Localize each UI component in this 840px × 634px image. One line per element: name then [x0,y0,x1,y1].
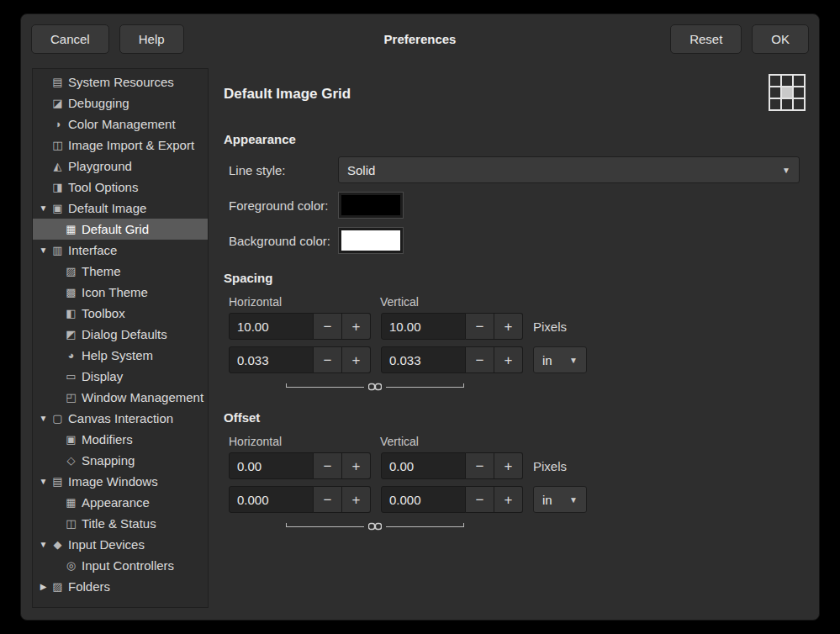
decrement-button[interactable]: − [314,486,342,513]
content-area: ▤ System Resources ◪ Debugging ◑ Color M… [21,63,819,620]
spacing-vertical-pixels-input[interactable] [381,313,466,340]
sidebar-item-label: Icon Theme [82,285,148,299]
sidebar-item-default-grid[interactable]: ▦ Default Grid [33,219,208,240]
offset-section-title: Offset [224,410,808,425]
decrement-button[interactable]: − [466,452,494,479]
expander-down-icon[interactable]: ▼ [37,477,50,486]
chain-line [386,526,464,527]
offset-unit-select[interactable]: in ▼ [533,486,587,513]
increment-button[interactable]: + [494,486,523,513]
tool-options-icon: ◨ [50,181,66,193]
color-management-icon: ◑ [50,118,66,130]
ok-button[interactable]: OK [752,24,809,54]
spacing-section: Spacing Horizontal Vertical − + − + [224,271,808,394]
line-style-row: Line style: Solid ▼ [229,156,808,183]
sidebar-item-debugging[interactable]: ◪ Debugging [33,92,208,114]
display-icon: ▭ [63,370,79,383]
sidebar-item-label: Playground [68,159,132,173]
default-grid-icon: ▦ [63,223,79,235]
decrement-button[interactable]: − [314,313,342,340]
increment-button[interactable]: + [342,346,371,373]
modifiers-icon: ▣ [63,433,79,446]
expander-down-icon[interactable]: ▼ [37,203,50,213]
foreground-color-label: Foreground color: [229,198,338,213]
expander-down-icon[interactable]: ▼ [37,540,50,549]
sidebar-item-toolbox[interactable]: ◧ Toolbox [33,303,208,324]
spacing-horizontal-pixels-input[interactable] [229,313,314,340]
help-system-icon: ◕ [63,349,79,362]
foreground-color-row: Foreground color: [229,192,808,219]
expander-down-icon[interactable]: ▼ [37,246,50,255]
help-button[interactable]: Help [119,24,184,54]
offset-column-headers: Horizontal Vertical [229,435,808,448]
sidebar-item-title-status[interactable]: ◫ Title & Status [33,513,208,534]
sidebar-item-image-import-export[interactable]: ◫ Image Import & Export [33,135,208,156]
system-resources-icon: ▤ [50,76,66,88]
sidebar-item-help-system[interactable]: ◕ Help System [33,345,208,366]
background-color-fill [341,230,400,251]
sidebar-item-icon-theme[interactable]: ▩ Icon Theme [33,282,208,303]
sidebar-item-label: Toolbox [82,306,125,320]
increment-button[interactable]: + [342,486,371,513]
dialog-defaults-icon: ◩ [63,328,79,341]
sidebar-item-input-controllers[interactable]: ◎ Input Controllers [33,555,208,576]
spacing-horizontal-inches-input[interactable] [229,346,314,373]
sidebar-item-input-devices[interactable]: ▼ ◆ Input Devices [33,534,208,555]
expander-right-icon[interactable]: ▶ [37,582,50,591]
offset-horizontal-pixels-input[interactable] [229,452,314,479]
decrement-button[interactable]: − [466,486,494,513]
sidebar-item-color-management[interactable]: ◑ Color Management [33,114,208,135]
snapping-icon: ◇ [63,454,79,467]
line-style-value: Solid [347,163,375,177]
sidebar-item-appearance[interactable]: ▦ Appearance [33,492,208,513]
titlebar-left-buttons: Cancel Help [31,24,184,54]
decrement-button[interactable]: − [466,346,494,373]
line-style-select[interactable]: Solid ▼ [338,156,800,183]
offset-vertical-inches-input[interactable] [381,486,466,513]
cancel-button[interactable]: Cancel [31,24,109,54]
increment-button[interactable]: + [494,313,523,340]
sidebar-item-interface[interactable]: ▼ ▥ Interface [33,240,208,261]
window-management-icon: ◰ [63,391,79,404]
playground-icon: ◭ [50,160,66,172]
image-windows-icon: ▤ [50,475,66,488]
interface-icon: ▥ [50,244,66,256]
sidebar-item-window-management[interactable]: ◰ Window Management [33,387,208,408]
offset-pixels-unit-label: Pixels [533,459,567,473]
increment-button[interactable]: + [342,313,371,340]
decrement-button[interactable]: − [314,452,342,479]
sidebar-item-dialog-defaults[interactable]: ◩ Dialog Defaults [33,324,208,345]
increment-button[interactable]: + [494,452,523,479]
spacing-vertical-inches-input[interactable] [381,346,466,373]
expander-down-icon[interactable]: ▼ [37,414,50,423]
sidebar-item-folders[interactable]: ▶ ▨ Folders [33,576,208,597]
spacing-unit-select[interactable]: in ▼ [533,346,587,373]
sidebar-item-default-image[interactable]: ▼ ▣ Default Image [33,198,208,219]
sidebar-item-theme[interactable]: ▨ Theme [33,261,208,282]
sidebar-item-tool-options[interactable]: ◨ Tool Options [33,177,208,198]
offset-horizontal-inches-input[interactable] [229,486,314,513]
decrement-button[interactable]: − [466,313,494,340]
sidebar-item-modifiers[interactable]: ▣ Modifiers [33,429,208,450]
spacing-chain-widget [229,380,521,394]
sidebar-item-image-windows[interactable]: ▼ ▤ Image Windows [33,471,208,492]
foreground-color-swatch[interactable] [338,192,404,219]
offset-horizontal-header: Horizontal [229,435,370,448]
sidebar-item-system-resources[interactable]: ▤ System Resources [33,71,208,92]
increment-button[interactable]: + [342,452,371,479]
sidebar-item-label: Title & Status [82,516,156,531]
chain-link-icon[interactable] [368,522,382,531]
offset-vertical-pixels-input[interactable] [381,452,466,479]
sidebar-item-playground[interactable]: ◭ Playground [33,156,208,177]
sidebar-item-canvas-interaction[interactable]: ▼ ▢ Canvas Interaction [33,408,208,429]
decrement-button[interactable]: − [314,346,342,373]
sidebar-item-snapping[interactable]: ◇ Snapping [33,450,208,471]
spacing-vertical-inches-spinner: − + [381,346,523,373]
reset-button[interactable]: Reset [670,24,742,54]
appearance-icon: ▦ [63,496,79,509]
chain-link-icon[interactable] [368,383,382,391]
increment-button[interactable]: + [494,346,523,373]
background-color-swatch[interactable] [338,227,404,254]
titlebar: Cancel Help Preferences Reset OK [21,14,819,63]
sidebar-item-display[interactable]: ▭ Display [33,366,208,387]
